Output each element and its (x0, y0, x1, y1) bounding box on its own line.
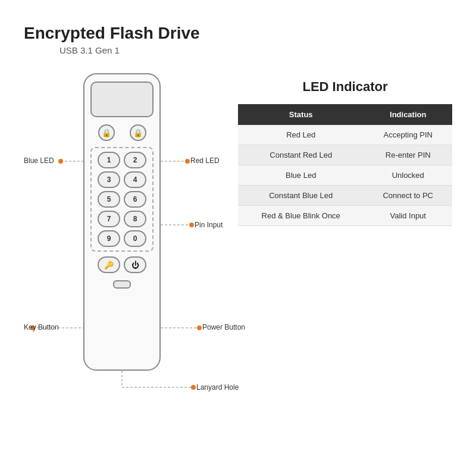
status-cell: Blue Led (238, 165, 364, 186)
indication-cell: Valid Input (364, 206, 452, 226)
svg-point-12 (191, 385, 196, 390)
key-1[interactable]: 1 (98, 152, 120, 168)
table-row: Blue LedUnlocked (238, 165, 452, 186)
lanyard-tab (113, 280, 131, 289)
device-body: 🔒 🔒 1 2 3 4 5 (83, 73, 161, 371)
svg-point-1 (58, 159, 63, 164)
led-row: 🔒 🔒 (90, 124, 154, 141)
key-5[interactable]: 5 (98, 191, 120, 208)
status-cell: Red Led (238, 125, 364, 145)
key-button-label: Key Button (24, 323, 59, 331)
power-button-label: Power Button (202, 323, 245, 331)
lanyard-hole-text: Lanyard Hole (196, 383, 239, 392)
indication-cell: Re-enter PIN (364, 145, 452, 165)
led-indicator-area: LED Indicator Status Indication Red LedA… (238, 73, 452, 406)
page: Encrypted Flash Drive USB 3.1 Gen 1 (0, 0, 476, 476)
status-cell: Constant Red Led (238, 145, 364, 165)
key-row-3: 5 6 (95, 191, 149, 208)
led-indicator-title: LED Indicator (238, 79, 452, 95)
page-title: Encrypted Flash Drive (24, 24, 452, 43)
keypad-area: 1 2 3 4 5 6 7 8 (90, 147, 154, 252)
power-button-icon[interactable]: ⏻ (124, 256, 146, 273)
key-7[interactable]: 7 (98, 211, 120, 227)
page-subtitle: USB 3.1 Gen 1 (60, 45, 452, 55)
blue-led-icon: 🔒 (98, 124, 115, 141)
indication-cell: Accepting PIN (364, 125, 452, 145)
svg-point-9 (197, 325, 202, 330)
table-row: Constant Red LedRe-enter PIN (238, 145, 452, 165)
content-area: Blue LED Red LED Pin Input Key Button Po… (24, 73, 452, 406)
col-header-indication: Indication (364, 104, 452, 125)
key-2[interactable]: 2 (124, 152, 146, 168)
status-cell: Constant Blue Led (238, 186, 364, 206)
pin-input-label: Pin Input (195, 221, 223, 229)
key-row-1: 1 2 (95, 152, 149, 168)
col-header-status: Status (238, 104, 364, 125)
key-row-4: 7 8 (95, 211, 149, 227)
device-screen (90, 82, 154, 117)
blue-led-label: Blue LED (24, 156, 54, 165)
table-row: Red LedAccepting PIN (238, 125, 452, 145)
device-diagram: Blue LED Red LED Pin Input Key Button Po… (24, 73, 226, 406)
key-9[interactable]: 9 (98, 230, 120, 247)
key-4[interactable]: 4 (124, 171, 146, 188)
pin-input-text: Pin Input (195, 221, 223, 229)
power-button-text: Power Button (202, 323, 245, 331)
red-led-text: Red LED (190, 156, 220, 165)
table-row: Constant Blue LedConnect to PC (238, 186, 452, 206)
device-wrapper: Blue LED Red LED Pin Input Key Button Po… (24, 73, 226, 406)
red-led-icon: 🔒 (130, 124, 146, 141)
lanyard-hole-label: Lanyard Hole (196, 383, 239, 392)
key-6[interactable]: 6 (124, 191, 146, 208)
indication-cell: Unlocked (364, 165, 452, 186)
key-button-text: Key Button (24, 323, 59, 331)
bottom-row: 🔑 ⏻ (98, 256, 146, 273)
table-row: Red & Blue Blink OnceValid Input (238, 206, 452, 226)
key-8[interactable]: 8 (124, 211, 146, 227)
led-table: Status Indication Red LedAccepting PINCo… (238, 104, 452, 226)
key-row-5: 9 0 (95, 230, 149, 247)
blue-led-text: Blue LED (24, 156, 54, 165)
key-3[interactable]: 3 (98, 171, 120, 188)
svg-point-5 (189, 223, 194, 227)
red-led-label: Red LED (190, 156, 220, 165)
indication-cell: Connect to PC (364, 186, 452, 206)
status-cell: Red & Blue Blink Once (238, 206, 364, 226)
key-row-2: 3 4 (95, 171, 149, 188)
key-0[interactable]: 0 (124, 230, 146, 247)
svg-point-3 (185, 159, 190, 164)
key-button[interactable]: 🔑 (98, 256, 120, 273)
